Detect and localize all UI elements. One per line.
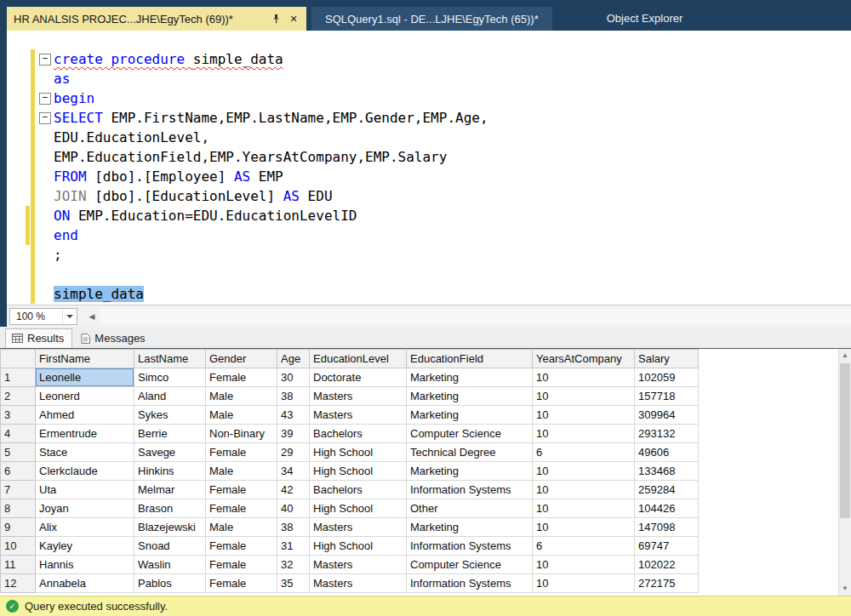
- grid-cell[interactable]: Ahmed: [36, 406, 134, 425]
- grid-cell[interactable]: Masters: [310, 406, 407, 425]
- scroll-down-icon[interactable]: [839, 582, 851, 596]
- grid-cell[interactable]: 38: [277, 518, 310, 537]
- grid-cell[interactable]: 104426: [635, 499, 699, 518]
- grid-cell[interactable]: Sykes: [134, 406, 206, 425]
- column-header[interactable]: Age: [277, 350, 310, 368]
- grid-cell[interactable]: Savege: [134, 443, 206, 462]
- grid-cell[interactable]: High School: [310, 537, 407, 556]
- grid-cell[interactable]: 32: [277, 556, 310, 574]
- sql-editor[interactable]: create procedure simple_dataasbeginSELEC…: [7, 31, 851, 305]
- grid-cell[interactable]: Marketing: [407, 406, 533, 425]
- selected-grid-cell[interactable]: Leonelle: [36, 368, 134, 387]
- grid-cell[interactable]: Marketing: [407, 368, 533, 387]
- column-header[interactable]: Gender: [206, 350, 277, 368]
- grid-cell[interactable]: Computer Science: [407, 425, 533, 443]
- grid-cell[interactable]: 6: [533, 443, 635, 462]
- grid-cell[interactable]: High School: [310, 443, 407, 462]
- row-number[interactable]: 12: [1, 574, 36, 593]
- grid-cell[interactable]: Male: [206, 387, 277, 406]
- row-number[interactable]: 7: [1, 481, 36, 499]
- scroll-up-icon[interactable]: [839, 349, 851, 362]
- row-number[interactable]: 4: [1, 425, 36, 443]
- scroll-left-icon[interactable]: [84, 309, 100, 324]
- fold-collapse-icon[interactable]: [35, 108, 54, 128]
- grid-cell[interactable]: 10: [533, 462, 635, 481]
- grid-cell[interactable]: 34: [277, 462, 310, 481]
- grid-cell[interactable]: Masters: [310, 574, 407, 593]
- row-number[interactable]: 6: [1, 462, 36, 481]
- grid-cell[interactable]: Male: [206, 518, 277, 537]
- close-icon[interactable]: [288, 13, 300, 25]
- grid-cell[interactable]: Information Systems: [407, 537, 533, 556]
- grid-cell[interactable]: Female: [206, 443, 277, 462]
- grid-cell[interactable]: Aland: [134, 387, 206, 406]
- grid-cell[interactable]: 293132: [635, 425, 699, 443]
- grid-cell[interactable]: Masters: [310, 556, 407, 574]
- grid-cell[interactable]: 10: [533, 518, 635, 537]
- row-number[interactable]: 8: [1, 499, 36, 518]
- grid-cell[interactable]: Female: [206, 368, 277, 387]
- grid-cell[interactable]: Kayley: [36, 537, 134, 556]
- column-header[interactable]: FirstName: [36, 350, 134, 368]
- grid-cell[interactable]: 259284: [635, 481, 699, 499]
- grid-cell[interactable]: Masters: [310, 387, 407, 406]
- grid-cell[interactable]: 39: [277, 425, 310, 443]
- tab-results[interactable]: Results: [5, 328, 72, 348]
- fold-collapse-icon[interactable]: [35, 88, 54, 108]
- grid-cell[interactable]: Non-Binary: [206, 425, 277, 443]
- grid-cell[interactable]: Stace: [36, 443, 134, 462]
- grid-cell[interactable]: Marketing: [407, 462, 533, 481]
- grid-cell[interactable]: Bachelors: [310, 481, 407, 499]
- column-header[interactable]: EducationField: [407, 350, 533, 368]
- grid-cell[interactable]: Marketing: [407, 387, 533, 406]
- grid-cell[interactable]: 10: [533, 368, 635, 387]
- grid-cell[interactable]: 35: [277, 574, 310, 593]
- column-header[interactable]: Salary: [635, 350, 699, 368]
- grid-cell[interactable]: 40: [277, 499, 310, 518]
- grid-cell[interactable]: Male: [206, 462, 277, 481]
- grid-cell[interactable]: Berrie: [134, 425, 206, 443]
- object-explorer-caption[interactable]: Object Explorer: [607, 7, 683, 31]
- column-header[interactable]: EducationLevel: [310, 350, 407, 368]
- zoom-dropdown[interactable]: 100 %: [9, 308, 77, 325]
- grid-cell[interactable]: 102022: [635, 556, 699, 574]
- grid-cell[interactable]: 10: [533, 574, 635, 593]
- grid-cell[interactable]: 157718: [635, 387, 699, 406]
- grid-cell[interactable]: Snoad: [134, 537, 206, 556]
- grid-cell[interactable]: Female: [206, 499, 277, 518]
- row-number[interactable]: 5: [1, 443, 36, 462]
- grid-cell[interactable]: 10: [533, 406, 635, 425]
- grid-cell[interactable]: Masters: [310, 518, 407, 537]
- scrollbar-thumb[interactable]: [840, 363, 850, 518]
- grid-cell[interactable]: Blazejewski: [134, 518, 206, 537]
- grid-cell[interactable]: 10: [533, 481, 635, 499]
- grid-cell[interactable]: Annabela: [36, 574, 134, 593]
- grid-cell[interactable]: 31: [277, 537, 310, 556]
- grid-cell[interactable]: 10: [533, 425, 635, 443]
- column-header[interactable]: LastName: [134, 350, 206, 368]
- grid-cell[interactable]: Leonerd: [36, 387, 134, 406]
- grid-cell[interactable]: 42: [277, 481, 310, 499]
- grid-cell[interactable]: Computer Science: [407, 556, 533, 574]
- grid-cell[interactable]: 49606: [635, 443, 699, 462]
- select-all-corner[interactable]: [1, 350, 36, 368]
- grid-cell[interactable]: Female: [206, 481, 277, 499]
- grid-cell[interactable]: Melmar: [134, 481, 206, 499]
- grid-cell[interactable]: Male: [206, 406, 277, 425]
- grid-cell[interactable]: Technical Degree: [407, 443, 533, 462]
- tab-sqlquery1[interactable]: SQLQuery1.sql - DE...LJHE\EgyTech (65))*: [311, 7, 552, 31]
- grid-cell[interactable]: Simco: [134, 368, 206, 387]
- row-number[interactable]: 2: [1, 387, 36, 406]
- row-number[interactable]: 10: [1, 537, 36, 556]
- grid-cell[interactable]: Brason: [134, 499, 206, 518]
- grid-cell[interactable]: 309964: [635, 406, 699, 425]
- grid-cell[interactable]: Pablos: [134, 574, 206, 593]
- grid-cell[interactable]: Ermentrude: [36, 425, 134, 443]
- grid-cell[interactable]: Other: [407, 499, 533, 518]
- grid-cell[interactable]: 38: [277, 387, 310, 406]
- tab-messages[interactable]: Messages: [75, 329, 152, 348]
- grid-cell[interactable]: Hannis: [36, 556, 134, 574]
- grid-cell[interactable]: 10: [533, 499, 635, 518]
- grid-cell[interactable]: Doctorate: [310, 368, 407, 387]
- grid-cell[interactable]: Marketing: [407, 518, 533, 537]
